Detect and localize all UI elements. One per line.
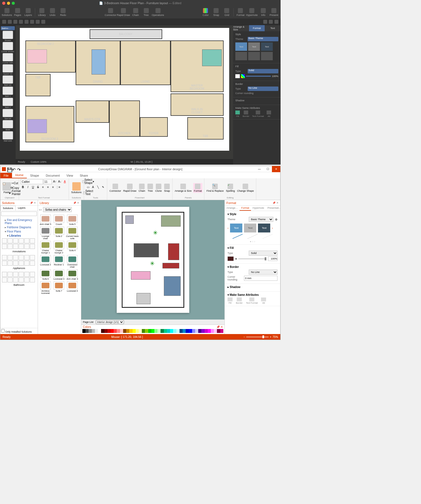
solutions-button[interactable]: Solutions bbox=[2, 7, 12, 18]
lib-loveseat-3[interactable]: Loveseat 3 bbox=[52, 269, 65, 280]
floorplan-document[interactable]: ✳ ✳ bbox=[117, 207, 189, 313]
pointer-tool[interactable] bbox=[2, 20, 6, 24]
italic-button[interactable]: I bbox=[26, 185, 30, 189]
color-swatch[interactable] bbox=[82, 329, 85, 333]
room-dining[interactable]: DINING bbox=[76, 40, 120, 85]
colors-close[interactable]: 📌 ✕ bbox=[216, 325, 223, 328]
color-swatch[interactable] bbox=[161, 329, 164, 333]
lib-arm-chair-5[interactable]: Arm chair 5 bbox=[39, 215, 52, 225]
furniture-table[interactable] bbox=[92, 49, 106, 75]
fit-tool[interactable] bbox=[274, 20, 278, 24]
chain-button[interactable]: Chain bbox=[131, 7, 141, 18]
color-swatch[interactable] bbox=[195, 329, 198, 333]
select-shape-button[interactable]: ⬚ Select Shape ▾ bbox=[86, 179, 90, 184]
furniture[interactable] bbox=[164, 276, 181, 296]
grid-button[interactable]: Grid bbox=[222, 7, 232, 18]
color-swatch[interactable] bbox=[208, 329, 211, 333]
lib-chaise-1[interactable]: Chaise lounge 1 bbox=[39, 241, 52, 254]
color-swatch[interactable] bbox=[126, 329, 129, 333]
ellipse-tool[interactable] bbox=[13, 20, 17, 24]
theme-preview-2[interactable]: Text bbox=[248, 42, 260, 51]
color-swatch[interactable] bbox=[180, 329, 183, 333]
arc-tool[interactable] bbox=[30, 20, 34, 24]
color-swatch[interactable] bbox=[192, 329, 195, 333]
strike-button[interactable]: S bbox=[36, 185, 40, 189]
solutions-search[interactable] bbox=[1, 212, 37, 216]
hypernote-button[interactable]: Hypernote bbox=[246, 7, 258, 18]
select-text-button[interactable]: ⬚ Select Text bbox=[86, 190, 90, 195]
line-preview-1[interactable] bbox=[235, 52, 247, 60]
section-msa[interactable]: Make Same Attributes bbox=[230, 293, 259, 296]
opacity-input[interactable] bbox=[268, 256, 278, 261]
msa-fill[interactable]: Fill bbox=[228, 297, 233, 304]
status-zoom[interactable]: Custom 109% bbox=[31, 160, 47, 163]
section-shadow[interactable]: Shadow bbox=[230, 285, 240, 289]
color-swatch[interactable] bbox=[186, 329, 189, 333]
room-bathroom1[interactable]: T&B bbox=[25, 74, 51, 96]
color-swatch[interactable] bbox=[205, 329, 208, 333]
close-button[interactable]: ✕ bbox=[272, 166, 280, 172]
shape-bath-tub[interactable]: Bath tub bbox=[1, 75, 14, 86]
lib-prev[interactable]: ‹ bbox=[39, 208, 40, 211]
furniture-bed[interactable] bbox=[202, 49, 222, 66]
format-painter-button[interactable]: 🖌 Format Painter bbox=[13, 190, 17, 195]
bold-button[interactable]: B bbox=[21, 185, 25, 189]
lib-curved[interactable]: Curved back sofa bbox=[66, 227, 79, 240]
zoom-in-tool[interactable] bbox=[263, 20, 267, 24]
decrease-font[interactable]: A↓ bbox=[58, 179, 62, 184]
color-swatch[interactable] bbox=[170, 329, 173, 333]
layers-button[interactable]: Layers bbox=[23, 7, 33, 18]
tree-fishbone[interactable]: Fishbone Diagrams bbox=[1, 225, 37, 229]
tab-arrange[interactable]: Arrange… bbox=[225, 206, 240, 211]
shape-shower[interactable]: Shower bbox=[1, 31, 14, 41]
theme-select[interactable]: Basic Theme bbox=[249, 217, 273, 222]
tab-layers[interactable]: Layers bbox=[16, 206, 28, 210]
furniture-bed[interactable] bbox=[27, 119, 47, 133]
shape-corner-shower[interactable]: Corner shower bbox=[1, 42, 14, 52]
color-swatch[interactable] bbox=[120, 329, 123, 333]
furniture[interactable] bbox=[125, 215, 134, 224]
line-preview-2[interactable] bbox=[247, 234, 258, 239]
tree-button[interactable]: Tree bbox=[147, 183, 154, 193]
theme-preview-1[interactable]: Text bbox=[230, 224, 242, 232]
msa-text[interactable]: Text Format bbox=[252, 111, 264, 117]
shape-wall-toilet[interactable]: Wall toilet bbox=[1, 131, 14, 142]
color-swatch[interactable] bbox=[189, 329, 192, 333]
tab-document[interactable]: Document bbox=[42, 173, 63, 178]
tab-presentation[interactable]: Presentati… bbox=[266, 206, 280, 211]
arrange-button[interactable]: Arrange & Size bbox=[174, 183, 192, 193]
lib-sofa-2[interactable]: Sofa 2 bbox=[52, 227, 65, 240]
lib-loveseat-4[interactable]: Loveseat 4 bbox=[66, 281, 79, 294]
clone-button[interactable]: Clone bbox=[155, 183, 162, 193]
furniture-stairs[interactable] bbox=[137, 293, 150, 304]
color-swatch[interactable] bbox=[154, 329, 157, 333]
color-swatch[interactable] bbox=[201, 329, 204, 333]
align-center[interactable]: ≡ bbox=[46, 185, 50, 189]
color-swatch[interactable] bbox=[220, 329, 223, 333]
room-living[interactable]: LIVING bbox=[120, 40, 171, 85]
color-swatch[interactable] bbox=[164, 329, 167, 333]
bullet-list[interactable]: ⋮≡ bbox=[56, 185, 60, 189]
color-swatch[interactable] bbox=[145, 329, 148, 333]
tab-file[interactable]: File bbox=[0, 173, 12, 178]
color-button[interactable]: Color bbox=[200, 7, 210, 18]
room-foyer[interactable]: FOYER bbox=[140, 117, 168, 137]
lib-recliner-1[interactable]: Recliner 1 bbox=[52, 255, 65, 268]
font-color[interactable]: A bbox=[63, 179, 67, 184]
color-swatch[interactable] bbox=[92, 329, 95, 333]
section-border[interactable]: Border bbox=[230, 265, 239, 268]
tab-view[interactable]: View bbox=[63, 173, 76, 178]
chain-button[interactable]: Chain bbox=[138, 183, 146, 193]
pen-tool[interactable]: ✎ bbox=[101, 185, 105, 189]
panel-pin-icon[interactable]: 📌 ✕ bbox=[30, 201, 36, 204]
section-fill[interactable]: Fill bbox=[230, 246, 234, 249]
tab-solutions[interactable]: Solutions bbox=[0, 206, 16, 210]
opacity-slider[interactable] bbox=[246, 76, 271, 77]
lib-sofa-5[interactable]: Sofa 5 bbox=[66, 215, 79, 225]
canvas-viewport[interactable]: BALCONY BEDROOM 2 DINING LIVING MASTERBE… bbox=[16, 25, 233, 159]
snap-button[interactable]: Snap bbox=[211, 7, 221, 18]
line-tool[interactable]: ╲ bbox=[96, 185, 100, 189]
room-bathroom2[interactable]: T&B bbox=[187, 117, 224, 140]
room-bedroom2[interactable]: BEDROOM 2 bbox=[25, 40, 76, 73]
color-swatch[interactable] bbox=[157, 329, 161, 333]
